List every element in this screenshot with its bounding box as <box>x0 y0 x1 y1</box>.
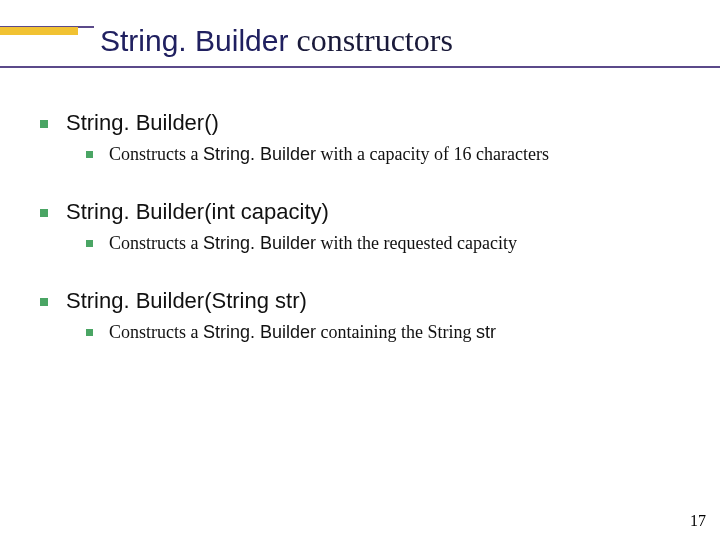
desc-text: Constructs a <box>109 322 203 342</box>
list-subitem: Constructs a String. Builder with a capa… <box>86 144 690 165</box>
constructor-description: Constructs a String. Builder containing … <box>109 322 496 343</box>
bullet-icon <box>86 151 93 158</box>
desc-code: String. Builder <box>203 322 316 342</box>
bullet-icon <box>40 209 48 217</box>
constructor-heading: String. Builder(String str) <box>66 288 307 314</box>
title-rule-bottom <box>0 66 720 68</box>
constructor-heading: String. Builder() <box>66 110 219 136</box>
title-accent-bar <box>0 27 78 35</box>
constructor-description: Constructs a String. Builder with the re… <box>109 233 517 254</box>
desc-code: String. Builder <box>203 233 316 253</box>
desc-text: containing the String <box>316 322 476 342</box>
desc-text: Constructs a <box>109 144 203 164</box>
bullet-icon <box>86 329 93 336</box>
list-item: String. Builder(int capacity) <box>40 199 690 225</box>
bullet-icon <box>40 298 48 306</box>
title-part-serif: constructors <box>288 22 452 58</box>
title-part-sans: String. Builder <box>100 24 288 57</box>
list-subitem: Constructs a String. Builder containing … <box>86 322 690 343</box>
list-item: String. Builder() <box>40 110 690 136</box>
bullet-icon <box>40 120 48 128</box>
page-number: 17 <box>690 512 706 530</box>
list-subitem: Constructs a String. Builder with the re… <box>86 233 690 254</box>
desc-code: String. Builder <box>203 144 316 164</box>
slide-title: String. Builder constructors <box>100 22 453 59</box>
desc-text: with the requested capacity <box>316 233 517 253</box>
desc-text: Constructs a <box>109 233 203 253</box>
constructor-description: Constructs a String. Builder with a capa… <box>109 144 549 165</box>
desc-text: with a capacity of 16 characters <box>316 144 549 164</box>
constructor-heading: String. Builder(int capacity) <box>66 199 329 225</box>
list-item: String. Builder(String str) <box>40 288 690 314</box>
bullet-icon <box>86 240 93 247</box>
content-area: String. Builder() Constructs a String. B… <box>40 110 690 363</box>
desc-code: str <box>476 322 496 342</box>
